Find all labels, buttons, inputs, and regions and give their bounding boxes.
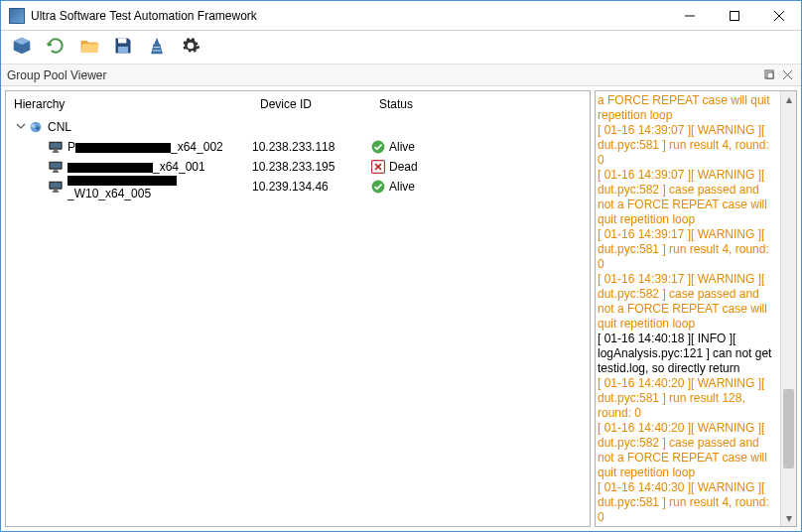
svg-rect-14 xyxy=(51,143,62,148)
redacted-text xyxy=(75,143,171,153)
device-row[interactable]: P_x64_00210.238.233.118Alive xyxy=(6,137,590,157)
device-status-cell: Dead xyxy=(371,160,590,174)
gear-icon xyxy=(181,36,200,59)
toolbar-deploy-button[interactable] xyxy=(142,33,172,63)
tree-group-row[interactable]: CNL xyxy=(6,117,590,137)
scroll-up-button[interactable]: ▴ xyxy=(781,91,796,107)
table-header: Hierarchy Device ID Status xyxy=(6,93,590,117)
box-icon xyxy=(11,35,33,60)
svg-point-12 xyxy=(36,126,40,130)
monitor-icon xyxy=(48,139,64,155)
panel-float-button[interactable] xyxy=(761,67,777,83)
svg-rect-24 xyxy=(51,183,62,188)
folder-open-icon xyxy=(79,36,99,59)
redacted-text xyxy=(67,176,177,186)
close-icon xyxy=(783,68,792,82)
svg-rect-5 xyxy=(118,47,128,54)
device-status-cell: Alive xyxy=(371,140,590,154)
svg-rect-1 xyxy=(730,11,738,20)
device-status-cell: Alive xyxy=(371,180,590,194)
column-device-id: Device ID xyxy=(260,97,379,111)
log-scrollbar[interactable]: ▴ ▾ xyxy=(780,91,796,526)
monitor-icon xyxy=(48,179,64,195)
device-id-cell: 10.238.233.118 xyxy=(252,140,371,154)
status-alive-icon xyxy=(371,140,385,154)
toolbar-refresh-button[interactable] xyxy=(41,33,70,63)
main-toolbar xyxy=(1,31,801,65)
log-line: [ 01-16 14:39:07 ][ WARNING ][ dut.pyc:5… xyxy=(598,123,778,168)
svg-rect-16 xyxy=(53,152,60,153)
log-content[interactable]: a FORCE REPEAT case will quit repetition… xyxy=(598,93,794,527)
refresh-icon xyxy=(46,36,66,59)
log-line: [ 01-16 14:40:20 ][ WARNING ][ dut.pyc:5… xyxy=(598,376,778,421)
log-line: [ 01-16 14:39:07 ][ WARNING ][ dut.pyc:5… xyxy=(598,168,778,227)
device-name-label: _x64_001 xyxy=(67,160,205,174)
group-pool-viewer: Hierarchy Device ID Status CNL P_x64_002… xyxy=(5,90,591,527)
scroll-down-button[interactable]: ▾ xyxy=(781,510,796,526)
scroll-thumb[interactable] xyxy=(783,389,794,468)
log-line: [ 01-16 14:40:30 ][ WARNING ][ dut.pyc:5… xyxy=(598,525,778,527)
toolbar-save-button[interactable] xyxy=(108,33,138,63)
minimize-button[interactable] xyxy=(667,1,712,30)
svg-rect-7 xyxy=(767,72,773,78)
app-icon xyxy=(9,8,25,24)
svg-rect-4 xyxy=(118,39,126,44)
column-hierarchy: Hierarchy xyxy=(14,97,260,111)
expander-icon[interactable] xyxy=(14,120,28,134)
log-line: [ 01-16 14:40:20 ][ WARNING ][ dut.pyc:5… xyxy=(598,421,778,480)
log-line: a FORCE REPEAT case will quit repetition… xyxy=(598,93,778,123)
device-name-cell: _W10_x64_005 xyxy=(6,173,252,200)
svg-rect-15 xyxy=(54,150,58,151)
log-panel: a FORCE REPEAT case will quit repetition… xyxy=(595,90,797,527)
svg-point-11 xyxy=(31,124,35,128)
window-titlebar: Ultra Software Test Automation Framework xyxy=(1,1,801,31)
log-line: [ 01-16 14:40:30 ][ WARNING ][ dut.pyc:5… xyxy=(598,480,778,525)
svg-rect-19 xyxy=(51,163,62,168)
toolbar-gear-button[interactable] xyxy=(176,33,205,63)
device-row[interactable]: _W10_x64_00510.239.134.46Alive xyxy=(6,177,590,197)
svg-rect-25 xyxy=(54,190,58,191)
group-icon xyxy=(28,119,44,135)
float-icon xyxy=(764,68,774,82)
group-label: CNL xyxy=(48,120,71,134)
panel-title: Group Pool Viewer xyxy=(7,68,761,82)
status-label: Alive xyxy=(389,180,415,194)
log-line: [ 01-16 14:39:17 ][ WARNING ][ dut.pyc:5… xyxy=(598,227,778,272)
toolbar-open-button[interactable] xyxy=(74,33,104,63)
log-line: [ 01-16 14:39:17 ][ WARNING ][ dut.pyc:5… xyxy=(598,272,778,332)
svg-rect-26 xyxy=(53,192,60,193)
window-title: Ultra Software Test Automation Framework xyxy=(31,9,667,23)
status-alive-icon xyxy=(371,180,385,194)
status-label: Alive xyxy=(389,140,415,154)
device-id-cell: 10.239.134.46 xyxy=(252,180,371,194)
status-label: Dead xyxy=(389,160,418,174)
device-name-label: P_x64_002 xyxy=(67,140,223,154)
device-id-cell: 10.238.233.195 xyxy=(252,160,371,174)
tower-icon xyxy=(147,36,167,59)
status-dead-icon xyxy=(371,160,385,174)
column-status: Status xyxy=(379,97,582,111)
device-name-label: _W10_x64_005 xyxy=(67,173,252,200)
save-icon xyxy=(113,36,133,59)
panel-titlebar: Group Pool Viewer xyxy=(1,65,801,86)
svg-rect-20 xyxy=(54,170,58,171)
device-name-cell: P_x64_002 xyxy=(6,139,252,155)
maximize-button[interactable] xyxy=(712,1,756,30)
toolbar-settings-button[interactable] xyxy=(7,33,37,63)
panel-close-button[interactable] xyxy=(779,67,795,83)
log-line: [ 01-16 14:40:18 ][ INFO ][ logAnalysis.… xyxy=(598,332,778,376)
close-button[interactable] xyxy=(756,1,801,30)
redacted-text xyxy=(67,163,153,173)
